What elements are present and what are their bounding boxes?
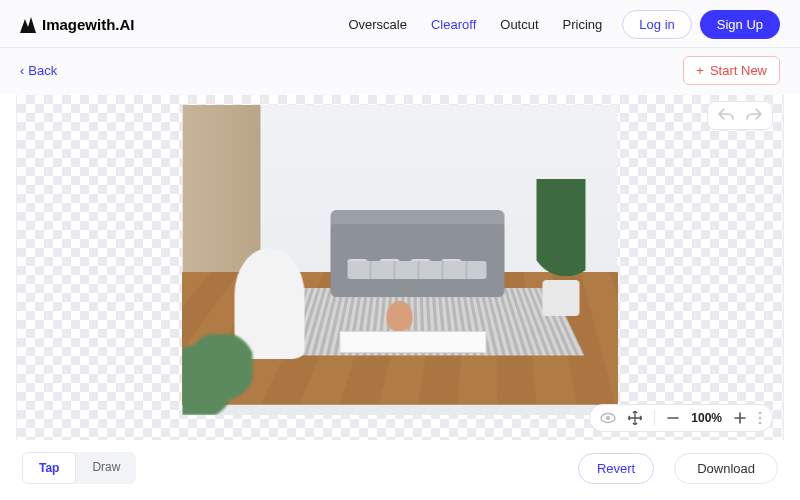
back-button[interactable]: ‹ Back — [20, 63, 57, 78]
plus-icon: + — [696, 63, 704, 78]
zoom-toolbar: 100% — [589, 404, 773, 432]
workspace-image[interactable] — [183, 105, 618, 415]
chevron-left-icon: ‹ — [20, 63, 24, 78]
more-icon[interactable] — [758, 411, 762, 425]
nav-overscale[interactable]: Overscale — [348, 17, 407, 32]
sub-nav: ‹ Back + Start New — [0, 48, 800, 95]
svg-point-4 — [759, 417, 762, 420]
download-button[interactable]: Download — [674, 453, 778, 484]
nav-clearoff[interactable]: Clearoff — [431, 17, 476, 32]
mode-draw[interactable]: Draw — [76, 452, 136, 484]
brand-name: Imagewith.AI — [42, 16, 135, 33]
svg-point-3 — [759, 412, 762, 415]
primary-nav: Overscale Clearoff Outcut Pricing — [348, 17, 602, 32]
editor-canvas[interactable]: 100% — [16, 95, 784, 440]
bottom-toolbar: Tap Draw Revert Download — [0, 440, 800, 496]
start-new-label: Start New — [710, 63, 767, 78]
nav-outcut[interactable]: Outcut — [500, 17, 538, 32]
move-icon[interactable] — [628, 411, 642, 425]
logo-icon — [20, 17, 36, 33]
zoom-out-icon[interactable] — [667, 412, 679, 424]
mode-tap[interactable]: Tap — [22, 452, 76, 484]
zoom-value: 100% — [691, 411, 722, 425]
back-label: Back — [28, 63, 57, 78]
start-new-button[interactable]: + Start New — [683, 56, 780, 85]
login-button[interactable]: Log in — [622, 10, 691, 39]
mode-switch: Tap Draw — [22, 452, 136, 484]
undo-icon[interactable] — [718, 108, 734, 123]
svg-point-2 — [606, 416, 610, 420]
svg-marker-0 — [20, 17, 36, 33]
redo-icon[interactable] — [746, 108, 762, 123]
undo-redo-group — [707, 101, 773, 130]
svg-point-5 — [759, 422, 762, 425]
zoom-in-icon[interactable] — [734, 412, 746, 424]
nav-pricing[interactable]: Pricing — [563, 17, 603, 32]
top-nav: Imagewith.AI Overscale Clearoff Outcut P… — [0, 0, 800, 48]
brand-logo[interactable]: Imagewith.AI — [20, 16, 135, 33]
eye-icon[interactable] — [600, 411, 616, 425]
revert-button[interactable]: Revert — [578, 453, 654, 484]
signup-button[interactable]: Sign Up — [700, 10, 780, 39]
